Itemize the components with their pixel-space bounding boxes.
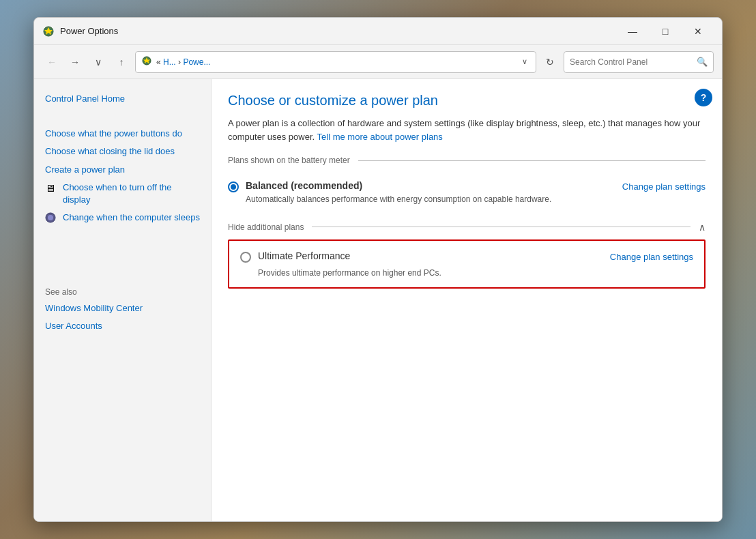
sidebar-label-closing-lid: Choose what closing the lid does [45,145,175,158]
back-button[interactable]: ← [42,53,61,72]
minimize-button[interactable]: — [617,20,648,42]
breadcrumb-home[interactable]: H... [163,57,176,67]
learn-more-link[interactable]: Tell me more about power plans [317,132,443,142]
chevron-up-icon[interactable]: ∧ [699,222,706,233]
window-icon [42,25,55,38]
address-dropdown-arrow[interactable]: ∨ [519,56,530,68]
divider-line-battery [358,160,706,161]
sidebar-item-create-plan[interactable]: Create a power plan [34,161,211,179]
sidebar-item-mobility-center[interactable]: Windows Mobility Center [34,300,211,317]
ultimate-plan-name: Ultimate Performance [258,250,599,261]
sidebar-item-user-accounts[interactable]: User Accounts [34,317,211,335]
balanced-plan-item: Balanced (recommended) Automatically bal… [228,173,706,212]
content-description-text: A power plan is a collection of hardware… [228,118,700,142]
sidebar-label-power-buttons: Choose what the power buttons do [45,128,182,140]
sidebar-item-closing-lid[interactable]: Choose what closing the lid does [34,143,211,160]
sidebar-item-computer-sleeps[interactable]: Change when the computer sleeps [34,209,211,227]
breadcrumb-current[interactable]: Powe... [183,57,210,67]
up-button[interactable]: ↑ [112,53,131,72]
close-button[interactable]: ✕ [682,20,714,42]
address-bar: ← → ∨ ↑ « H... › Powe... ∨ ↻ 🔍 [34,45,722,79]
sidebar-label-mobility-center: Windows Mobility Center [45,302,143,315]
balanced-radio-circle[interactable] [228,181,239,192]
ultimate-plan-radio[interactable] [240,252,251,263]
battery-meter-label: Plans shown on the battery meter [228,156,350,165]
see-also-label: See also [34,282,211,300]
help-button[interactable]: ? [695,89,712,106]
sidebar-label-control-panel-home: Control Panel Home [45,93,125,105]
breadcrumb-sep: « [156,57,163,67]
search-box: 🔍 [564,51,714,73]
svg-point-3 [48,215,53,220]
ultimate-radio-circle[interactable] [240,252,251,263]
page-title: Choose or customize a power plan [228,93,706,108]
power-options-window: Power Options — □ ✕ ← → ∨ ↑ « H... › Pow… [33,17,723,522]
see-also-section: See also Windows Mobility Center User Ac… [34,282,211,335]
hide-section-label: Hide additional plans [228,222,304,232]
ultimate-plan-settings-link[interactable]: Change plan settings [610,252,693,262]
hide-divider-line [312,227,690,227]
title-bar: Power Options — □ ✕ [34,18,722,45]
window-title: Power Options [60,26,617,36]
content-area: ? Choose or customize a power plan A pow… [212,79,722,521]
sidebar-label-create-plan: Create a power plan [45,164,125,176]
forward-button[interactable]: → [66,53,85,72]
sidebar: Control Panel Home Choose what the power… [34,79,212,521]
refresh-button[interactable]: ↻ [540,53,559,72]
search-input[interactable] [570,57,694,67]
hide-additional-plans-section: Hide additional plans ∧ [228,222,706,233]
computer-sleeps-icon [45,212,57,224]
ultimate-performance-box: Ultimate Performance Change plan setting… [228,239,706,289]
breadcrumb-path: « H... › Powe... [156,57,515,67]
dropdown-nav-button[interactable]: ∨ [89,53,108,72]
sidebar-item-turn-off-display[interactable]: 🖥 Choose when to turn off the display [34,179,211,209]
balanced-plan-desc: Automatically balances performance with … [246,194,611,205]
sidebar-label-computer-sleeps: Change when the computer sleeps [63,212,200,224]
maximize-button[interactable]: □ [650,20,681,42]
address-box: « H... › Powe... ∨ [135,51,536,73]
balanced-plan-settings-link[interactable]: Change plan settings [622,181,706,192]
ultimate-plan-row: Ultimate Performance Change plan setting… [240,250,693,263]
ultimate-plan-desc: Provides ultimate performance on higher … [258,268,693,278]
sidebar-item-control-panel-home[interactable]: Control Panel Home [34,90,211,108]
sidebar-label-user-accounts: User Accounts [45,320,102,332]
balanced-plan-name: Balanced (recommended) [246,180,611,191]
sidebar-item-power-buttons[interactable]: Choose what the power buttons do [34,125,211,143]
address-icon [141,55,152,68]
window-controls: — □ ✕ [617,20,714,42]
search-icon[interactable]: 🔍 [697,57,708,67]
turn-off-display-icon: 🖥 [45,182,57,194]
main-content: Control Panel Home Choose what the power… [34,79,722,521]
ultimate-plan-info: Ultimate Performance [258,250,599,261]
sidebar-label-turn-off-display: Choose when to turn off the display [63,181,200,206]
content-description: A power plan is a collection of hardware… [228,117,706,143]
balanced-plan-info: Balanced (recommended) Automatically bal… [246,180,611,205]
battery-meter-section-divider: Plans shown on the battery meter [228,156,706,165]
balanced-plan-radio[interactable] [228,181,239,192]
